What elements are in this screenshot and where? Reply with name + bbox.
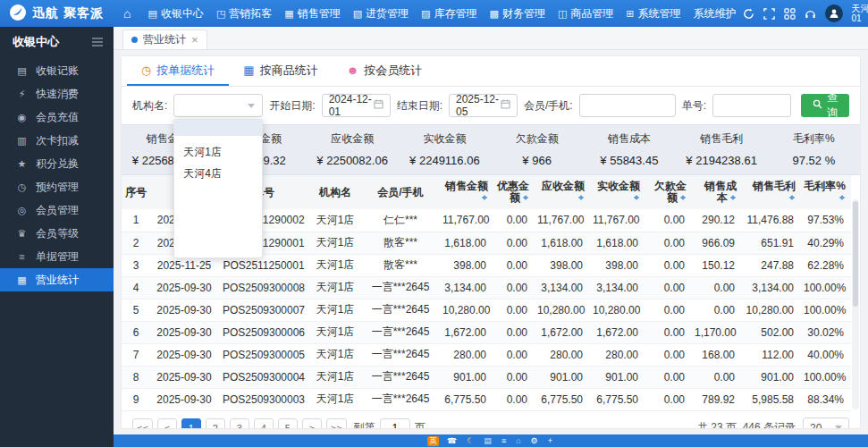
end-date-input[interactable]: 2025-12-05: [449, 94, 518, 117]
topnav-item[interactable]: ▧进货管理: [347, 0, 415, 27]
moon-icon[interactable]: ☾: [465, 436, 476, 446]
column-header[interactable]: 销售毛利: [742, 175, 801, 209]
dropdown-option[interactable]: 天河4店: [174, 163, 262, 184]
column-header[interactable]: 毛利率%: [801, 175, 851, 209]
page-number-button[interactable]: 3: [230, 418, 249, 430]
sidebar-item-label: 会员充值: [36, 110, 79, 125]
stat-tab[interactable]: ☻按会员统计: [333, 56, 437, 86]
topnav-item[interactable]: ◳营销拓客: [210, 0, 278, 27]
search-button[interactable]: 查询: [801, 94, 849, 117]
table-cell: 280.00: [590, 343, 645, 366]
column-header[interactable]: 欠款金额: [645, 175, 692, 209]
refresh-icon[interactable]: [743, 8, 754, 20]
sort-icon[interactable]: [481, 193, 488, 202]
pager-next-button[interactable]: >>: [326, 418, 347, 430]
home-icon[interactable]: ⌂: [116, 6, 138, 21]
sort-icon[interactable]: [788, 193, 796, 202]
close-icon[interactable]: ×: [191, 33, 198, 46]
topnav-item[interactable]: ▩财务管理: [484, 0, 552, 27]
summary-cell: 毛利率%97.52 %: [768, 131, 860, 167]
sidebar-item[interactable]: ♛会员等级: [0, 222, 114, 245]
sidebar-item[interactable]: ◉会员充值: [0, 105, 114, 129]
topnav-item[interactable]: ◫商品管理: [552, 0, 619, 27]
column-header[interactable]: 会员/手机: [361, 175, 440, 209]
table-cell: 10,280.00: [535, 299, 590, 321]
window-tab-active[interactable]: 营业统计 ×: [122, 30, 207, 49]
goto-page-input[interactable]: [380, 418, 410, 430]
sort-icon[interactable]: [522, 193, 529, 202]
page-number-button[interactable]: 5: [278, 418, 298, 430]
sidebar-item[interactable]: ≡单据管理: [0, 245, 114, 268]
sort-icon[interactable]: [729, 193, 737, 202]
app-logo[interactable]: 迅航 聚客派: [0, 4, 116, 24]
sort-icon[interactable]: [577, 193, 585, 202]
sidebar-item[interactable]: ⚡快速消费: [0, 82, 114, 105]
table-row[interactable]: 72025-09-30POS2509300005天河1店一言***2645280…: [122, 343, 851, 366]
topnav-item[interactable]: ⊞系统管理: [619, 0, 687, 27]
summary-cell: 应收金额¥ 2250082.06: [307, 131, 399, 167]
topnav-item[interactable]: ▤收银中心: [141, 0, 209, 27]
page-number-button[interactable]: 2: [206, 418, 225, 430]
pager-next-button[interactable]: >: [302, 418, 322, 430]
scrollbar-thumb[interactable]: [853, 201, 858, 307]
org-select[interactable]: [173, 94, 263, 117]
start-date-input[interactable]: 2024-12-01: [322, 94, 391, 117]
phone-icon[interactable]: ☎: [445, 436, 459, 446]
sidebar-item[interactable]: ▤收银记账: [0, 59, 114, 82]
summary-cell: 销售毛利¥ 2194238.61: [676, 131, 768, 167]
apps-grid-icon[interactable]: [784, 8, 796, 20]
table-cell: 4: [122, 276, 150, 299]
gear-icon[interactable]: ⚙: [529, 436, 540, 446]
pager-prev-button[interactable]: <<: [132, 418, 153, 430]
table-cell: 11,476.88: [742, 209, 801, 232]
dropdown-option-empty[interactable]: [174, 120, 262, 136]
sidebar-item[interactable]: ▦营业统计: [0, 268, 114, 291]
user-name[interactable]: 天河01: [852, 4, 868, 23]
sidebar-item-icon: ♛: [16, 228, 28, 240]
column-header[interactable]: 机构名: [309, 175, 361, 209]
table-row[interactable]: 52025-09-30POS2509300007天河1店一言***264510,…: [122, 299, 851, 321]
column-header[interactable]: 实收金额: [590, 175, 645, 209]
table-cell: 88.34%: [801, 388, 851, 410]
pager-prev-button[interactable]: <: [157, 418, 177, 430]
sort-icon[interactable]: [839, 193, 846, 202]
column-header[interactable]: 序号: [122, 175, 150, 209]
start-date-label: 开始日期:: [269, 98, 315, 114]
topnav-item[interactable]: 系统维护: [687, 0, 743, 27]
order-no-input[interactable]: [712, 94, 791, 117]
topnav-item[interactable]: ▦销售管理: [278, 0, 346, 27]
vertical-scrollbar[interactable]: [852, 199, 859, 409]
list-icon[interactable]: ≡: [500, 436, 508, 446]
stat-tab[interactable]: ▦按商品统计: [229, 56, 332, 86]
column-header[interactable]: 销售成本: [692, 175, 742, 209]
lang-badge-icon[interactable]: 英: [427, 436, 439, 446]
page-number-button[interactable]: 4: [254, 418, 274, 430]
fullscreen-icon[interactable]: [763, 8, 775, 20]
page-size-select[interactable]: 20: [803, 417, 849, 430]
stat-tab[interactable]: ◷按单据统计: [127, 56, 229, 86]
member-input[interactable]: [579, 94, 676, 117]
table-row[interactable]: 82025-09-30POS2509300004天河1店一言***2645901…: [122, 366, 851, 388]
sidebar-item[interactable]: ◷预约管理: [0, 175, 114, 198]
column-header[interactable]: 优惠金额: [493, 175, 535, 209]
table-row[interactable]: 42025-09-30POS2509300008天河1店一言***26453,1…: [122, 276, 851, 299]
hamburger-icon[interactable]: [92, 36, 103, 49]
headset-icon[interactable]: [805, 8, 816, 20]
column-header[interactable]: 销售金额: [440, 175, 493, 209]
avatar[interactable]: [825, 4, 843, 22]
table-row[interactable]: 62025-09-30POS2509300006天河1店一言***26451,6…: [122, 321, 851, 343]
sort-icon[interactable]: [679, 193, 687, 202]
chart-icon[interactable]: ▤: [482, 436, 493, 446]
sidebar-item[interactable]: ★积分兑换: [0, 152, 114, 175]
page-number-button[interactable]: 1: [181, 418, 201, 430]
home-icon[interactable]: ⌂: [514, 436, 522, 446]
table-row[interactable]: 92025-09-30POS2509300003天河1店一言***26456,7…: [122, 388, 851, 410]
column-header[interactable]: 应收金额: [535, 175, 590, 209]
sidebar-item[interactable]: ▥次卡扣减: [0, 129, 114, 152]
sort-icon[interactable]: [633, 193, 640, 202]
plus-icon[interactable]: +: [546, 436, 554, 446]
summary-value: ¥ 2250082.06: [307, 154, 399, 167]
dropdown-option[interactable]: 天河1店: [174, 141, 262, 163]
topnav-item[interactable]: ▨库存管理: [415, 0, 483, 27]
sidebar-item[interactable]: ◎会员管理: [0, 198, 114, 222]
